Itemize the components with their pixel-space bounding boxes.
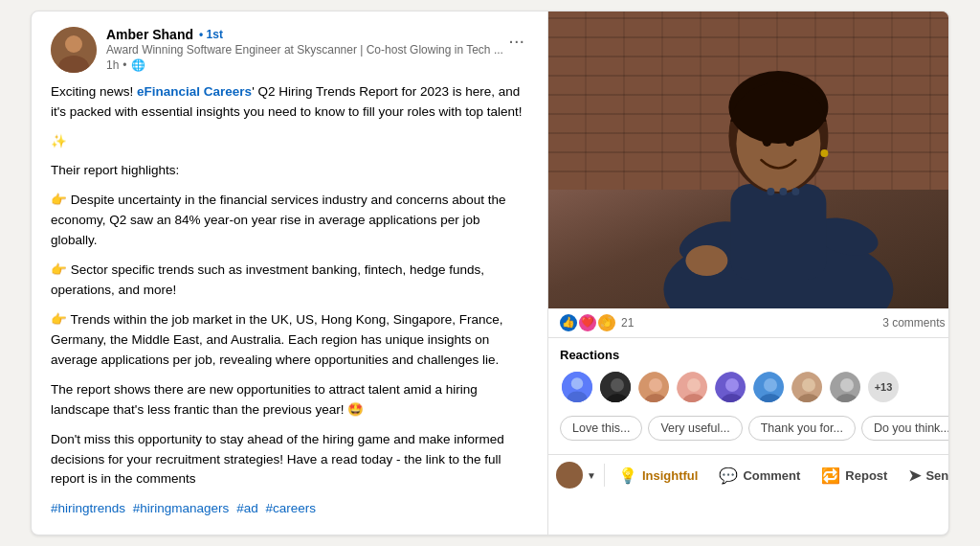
post-card: Amber Shand • 1st Award Winning Software… <box>31 11 949 536</box>
repost-button[interactable]: 🔁 Repost <box>812 461 897 490</box>
connection-badge: • 1st <box>199 28 223 41</box>
reaction-avatars: +13 <box>560 370 949 404</box>
user-avatar-small <box>556 462 583 489</box>
reactor-avatar-7[interactable] <box>790 370 824 404</box>
svg-point-23 <box>611 378 624 392</box>
love-icon: ❤️ <box>579 314 596 331</box>
svg-point-38 <box>802 378 815 392</box>
globe-icon: 🌐 <box>131 58 145 72</box>
closing2: Don't miss this opportunity to stay ahea… <box>51 430 528 490</box>
insightful-icon: 💡 <box>618 466 637 485</box>
reaction-pills: Love this... Very useful... Thank you fo… <box>560 414 949 443</box>
hashtag-hiringmanagers[interactable]: #hiringmanagers <box>133 501 230 515</box>
action-divider <box>604 464 605 487</box>
svg-point-29 <box>687 378 701 392</box>
reactor-avatar-2[interactable] <box>598 370 633 404</box>
person-illustration <box>548 11 949 308</box>
send-icon: ➤ <box>908 466 921 485</box>
pill-thankyou[interactable]: Thank you for... <box>748 416 856 441</box>
post-meta: 1h • 🌐 <box>106 58 503 72</box>
svg-point-20 <box>571 377 583 389</box>
reactions-label: Reactions <box>560 348 949 362</box>
reactor-avatar-6[interactable] <box>751 370 786 404</box>
bullet2: 👉 Sector specific trends such as investm… <box>51 261 528 301</box>
comments-reposts: 3 comments • 1 repost <box>882 316 949 330</box>
post-time: 1h <box>106 58 119 72</box>
svg-point-35 <box>764 378 777 392</box>
sparkle: ✨ <box>51 132 528 152</box>
svg-point-16 <box>767 188 774 195</box>
bullet1: 👉 Despite uncertainty in the financial s… <box>51 191 528 251</box>
right-panel: 👍 ❤️ 👏 21 3 comments • 1 repost Reaction… <box>548 11 949 535</box>
comment-button[interactable]: 💬 Comment <box>709 461 810 490</box>
comment-label: Comment <box>743 468 800 483</box>
hashtags: #hiringtrends #hiringmanagers #ad #caree… <box>51 499 528 519</box>
plus-badge[interactable]: +13 <box>866 370 901 404</box>
reaction-icons: 👍 ❤️ 👏 21 <box>560 314 634 331</box>
svg-point-41 <box>840 378 854 392</box>
svg-point-15 <box>820 149 828 157</box>
hashtag-ad[interactable]: #ad <box>236 501 258 515</box>
reaction-count: 21 <box>621 316 634 330</box>
svg-point-1 <box>65 35 82 53</box>
reactor-avatar-3[interactable] <box>636 370 671 404</box>
reactions-section: Reactions <box>548 338 949 448</box>
insightful-button[interactable]: 💡 Insightful <box>609 461 708 490</box>
mention-link[interactable]: eFinancial Careers <box>137 84 252 99</box>
action-bar: ▼ 💡 Insightful 💬 Comment 🔁 Repost ➤ Send <box>548 454 949 496</box>
clap-icon: 👏 <box>598 314 615 331</box>
more-options-button[interactable]: ··· <box>504 27 528 54</box>
repost-icon: 🔁 <box>821 466 840 485</box>
comment-icon: 💬 <box>719 466 738 485</box>
send-label: Send <box>925 468 949 483</box>
reactor-avatar-5[interactable] <box>713 370 747 404</box>
post-header: Amber Shand • 1st Award Winning Software… <box>51 27 528 73</box>
svg-point-32 <box>725 378 739 392</box>
pill-useful[interactable]: Very useful... <box>648 416 742 441</box>
dropdown-arrow[interactable]: ▼ <box>587 470 596 481</box>
like-icon: 👍 <box>560 314 577 331</box>
insightful-label: Insightful <box>642 468 699 483</box>
hashtag-hiringtrends[interactable]: #hiringtrends <box>51 501 125 515</box>
svg-point-18 <box>791 188 799 195</box>
left-panel: Amber Shand • 1st Award Winning Software… <box>32 11 548 535</box>
svg-point-7 <box>685 245 727 276</box>
svg-point-26 <box>649 378 662 392</box>
intro-paragraph: Exciting news! eFinancial Careers' Q2 Hi… <box>51 82 528 123</box>
author-title: Award Winning Software Engineer at Skysc… <box>106 43 503 57</box>
bullet3: 👉 Trends within the job market in the UK… <box>51 310 528 371</box>
svg-rect-8 <box>730 184 826 280</box>
highlights-label: Their report highlights: <box>51 161 528 181</box>
post-body: Exciting news! eFinancial Careers' Q2 Hi… <box>51 82 528 520</box>
pill-love[interactable]: Love this... <box>560 416 642 441</box>
pill-doyouthink[interactable]: Do you think... <box>861 416 949 441</box>
avatar[interactable] <box>51 27 97 73</box>
comments-count: 3 comments <box>882 316 945 330</box>
reactor-avatar-1[interactable] <box>560 370 594 404</box>
reactor-avatar-8[interactable] <box>828 370 862 404</box>
send-button[interactable]: ➤ Send <box>899 461 949 490</box>
closing1: The report shows there are new opportuni… <box>51 380 528 421</box>
svg-point-17 <box>779 188 787 195</box>
hashtag-careers[interactable]: #careers <box>265 501 316 515</box>
repost-label: Repost <box>845 468 887 483</box>
author-name: Amber Shand <box>106 27 193 42</box>
post-stats: 👍 ❤️ 👏 21 3 comments • 1 repost <box>548 308 949 338</box>
post-image <box>548 11 949 308</box>
reactor-avatar-4[interactable] <box>675 370 709 404</box>
author-info: Amber Shand • 1st Award Winning Software… <box>106 27 503 72</box>
